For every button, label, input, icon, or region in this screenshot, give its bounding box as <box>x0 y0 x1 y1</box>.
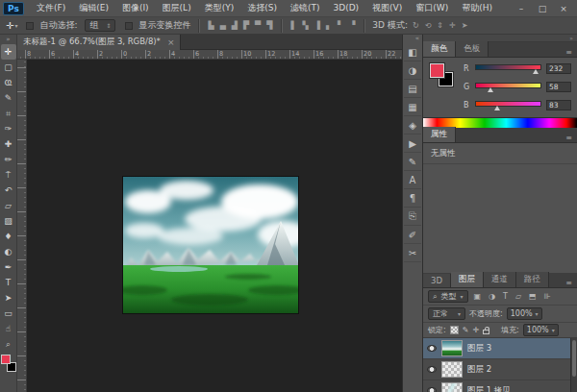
eyedropper-tool[interactable]: ✑ <box>1 121 16 136</box>
3d-drag-icon[interactable]: ⇕ <box>434 21 446 30</box>
layer-row-2[interactable]: 图层 2 <box>423 359 577 380</box>
quick-select-tool[interactable]: ✎ <box>1 90 16 106</box>
zoom-tool[interactable]: ⌕ <box>1 336 16 352</box>
3d-rotate-icon[interactable]: ↻ <box>410 21 422 30</box>
visibility-eye-icon[interactable] <box>427 345 437 352</box>
panel-menu-icon[interactable]: ≡ <box>561 134 577 142</box>
marquee-tool[interactable]: ▢ <box>1 60 16 75</box>
dock-expand-icon[interactable]: « <box>415 35 422 43</box>
layer-thumbnail[interactable] <box>441 340 463 356</box>
tab-color[interactable]: 颜色 <box>423 41 456 57</box>
distribute-v-centers-icon[interactable]: ▚ <box>300 21 312 30</box>
navigator-panel-icon[interactable]: ◈ <box>404 116 421 135</box>
hand-tool[interactable]: ☝ <box>1 321 16 336</box>
scrollbar-thumb[interactable] <box>572 340 576 377</box>
align-h-centers-icon[interactable]: ▄ <box>217 21 229 30</box>
filter-type-layers-icon[interactable]: T <box>501 292 510 301</box>
shape-tool[interactable]: ▭ <box>1 306 16 321</box>
tab-close-icon[interactable]: × <box>167 37 175 47</box>
align-right-edges-icon[interactable]: ▟ <box>229 21 240 30</box>
toolbar-collapse-icon[interactable]: » <box>6 35 10 44</box>
lock-all-icon[interactable] <box>483 330 489 334</box>
panel-menu-icon[interactable]: ≡ <box>561 48 577 57</box>
histogram-panel-icon[interactable]: ▦ <box>404 98 421 116</box>
path-select-tool[interactable]: ➤ <box>1 290 16 306</box>
menu-layer[interactable]: 图层(L) <box>156 0 198 16</box>
crop-tool[interactable]: ⌗ <box>1 106 16 121</box>
align-v-centers-icon[interactable]: ▀ <box>252 21 263 30</box>
maximize-button[interactable]: □ <box>537 4 548 13</box>
canvas-area[interactable] <box>27 60 402 392</box>
horizontal-ruler[interactable]: 8 6 4 2 0 2 4 6 8 10 12 14 16 18 20 22 <box>17 50 402 60</box>
visibility-eye-icon[interactable] <box>427 387 437 392</box>
blue-slider[interactable] <box>475 99 541 110</box>
pen-tool[interactable]: ✒ <box>1 259 16 275</box>
adjustments-panel-icon[interactable]: ◧ <box>404 43 421 61</box>
visibility-eye-icon[interactable] <box>427 366 437 373</box>
3d-scale-icon[interactable]: ➤ <box>459 21 471 30</box>
fill-dropdown[interactable]: 100% ▾ <box>523 324 559 336</box>
document-tab[interactable]: 未标题-1 @ 66.7%(图层 3, RGB/8)* × <box>17 35 181 50</box>
filter-shape-icon[interactable]: ▱ <box>514 292 523 301</box>
gradient-tool[interactable]: ▨ <box>1 213 16 229</box>
filter-adjustment-icon[interactable]: ◑ <box>487 292 497 301</box>
blend-mode-dropdown[interactable]: 正常 ▾ <box>428 307 465 320</box>
distribute-bottom-icon[interactable]: ▐ <box>312 21 323 30</box>
menu-filter[interactable]: 滤镜(T) <box>284 0 327 16</box>
align-top-edges-icon[interactable]: ▛ <box>240 21 252 30</box>
brush-tool[interactable]: ✏ <box>1 152 16 167</box>
foreground-color-swatch[interactable] <box>430 63 444 78</box>
layer-row-3[interactable]: 图层 3 <box>423 338 577 359</box>
lock-position-icon[interactable]: ✛ <box>472 326 479 334</box>
distribute-left-icon[interactable]: ▖ <box>323 21 335 30</box>
auto-select-checkbox[interactable] <box>26 22 34 30</box>
panels-collapse-icon[interactable]: » <box>569 35 577 41</box>
dodge-tool[interactable]: ◐ <box>1 244 16 259</box>
menu-view[interactable]: 视图(V) <box>365 0 409 16</box>
styles-panel-icon[interactable]: ◑ <box>404 61 421 80</box>
distribute-h-centers-icon[interactable]: ▘ <box>335 21 346 30</box>
brush-presets-panel-icon[interactable]: ✎ <box>404 153 421 171</box>
move-tool-icon[interactable]: ✛ <box>6 20 13 31</box>
character-panel-icon[interactable]: A <box>404 171 421 189</box>
filter-type-dropdown[interactable]: ⌕ 类型 ▾ <box>428 290 468 303</box>
tool-preset-caret-icon[interactable]: ▾ <box>14 22 17 29</box>
green-slider[interactable] <box>475 81 541 92</box>
show-transform-checkbox[interactable] <box>125 22 133 30</box>
actions-panel-icon[interactable]: ▶ <box>404 135 421 153</box>
opacity-dropdown[interactable]: 100% ▾ <box>507 307 542 320</box>
foreground-color-swatch[interactable] <box>1 355 11 364</box>
type-tool[interactable]: T <box>1 275 16 290</box>
3d-slide-icon[interactable]: ✛ <box>446 21 459 30</box>
layers-scrollbar[interactable] <box>570 338 577 392</box>
red-slider-thumb[interactable] <box>533 69 539 74</box>
tab-paths[interactable]: 路径 <box>516 272 549 287</box>
lasso-tool[interactable]: Ҩ <box>1 75 16 90</box>
tool-presets-panel-icon[interactable]: ✂ <box>404 244 421 262</box>
vertical-ruler[interactable] <box>17 60 27 392</box>
clone-source-panel-icon[interactable]: ⎘ <box>404 208 421 226</box>
menu-file[interactable]: 文件(F) <box>30 0 72 16</box>
blue-value-field[interactable]: 83 <box>546 100 571 110</box>
align-bottom-edges-icon[interactable]: ▜ <box>263 21 275 30</box>
green-slider-thumb[interactable] <box>488 87 493 92</box>
lock-pixels-icon[interactable]: ✎ <box>463 326 469 334</box>
menu-edit[interactable]: 编辑(E) <box>72 0 115 16</box>
move-tool[interactable]: ✛ <box>1 44 16 60</box>
filter-toggle-icon[interactable]: ⊪ <box>542 292 553 301</box>
distribute-top-icon[interactable]: ▌ <box>288 21 299 30</box>
history-brush-tool[interactable]: ↶ <box>1 183 16 198</box>
blue-slider-thumb[interactable] <box>494 106 500 110</box>
clone-stamp-tool[interactable]: ⍑ <box>1 167 16 183</box>
align-left-edges-icon[interactable]: ▙ <box>205 21 216 30</box>
menu-type[interactable]: 类型(Y) <box>198 0 241 16</box>
layer-row-1-copy[interactable]: 图层 1 拷贝 <box>423 380 577 392</box>
red-slider[interactable] <box>475 62 541 74</box>
3d-roll-icon[interactable]: ⟲ <box>422 21 435 30</box>
lock-transparency-icon[interactable] <box>450 326 459 334</box>
panel-menu-icon[interactable]: ≡ <box>561 279 577 287</box>
tab-properties[interactable]: 属性 <box>423 127 456 142</box>
filter-smart-object-icon[interactable]: ⬒ <box>527 292 539 301</box>
filter-pixel-icon[interactable]: ▣ <box>472 292 484 301</box>
healing-brush-tool[interactable]: ✚ <box>1 136 16 152</box>
